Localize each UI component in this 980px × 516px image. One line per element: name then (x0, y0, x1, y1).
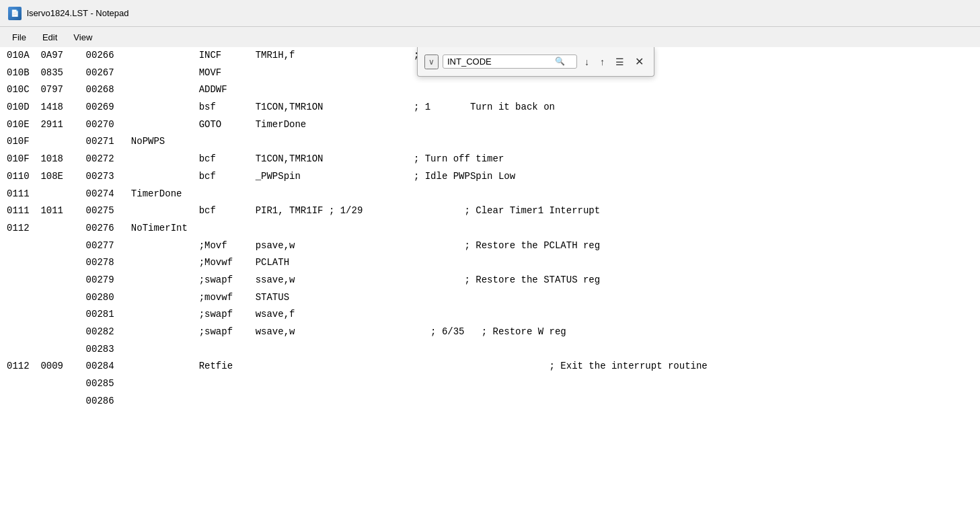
find-expand-button[interactable]: ∨ (424, 54, 439, 69)
table-row: 0111 00274 TimerDone (0, 186, 980, 203)
menu-edit[interactable]: Edit (36, 30, 64, 44)
find-input[interactable] (447, 57, 555, 67)
table-row: 00279 ;swapf ssave,w ; Restore the STATU… (0, 272, 980, 289)
table-row: 010F 1018 00272 bcf T1CON,TMR1ON ; Turn … (0, 151, 980, 168)
table-row: 00277 ;Movf psave,w ; Restore the PCLATH… (0, 237, 980, 255)
code-container: 010A 0A97 00266 INCF TMR1H,f ; 1010B 083… (0, 47, 980, 410)
find-close-button[interactable]: ✕ (632, 54, 647, 69)
find-toolbar: ∨ 🔍 ↓ ↑ ☰ ✕ (417, 47, 654, 77)
search-icon: 🔍 (555, 57, 565, 67)
find-next-button[interactable]: ↓ (581, 54, 593, 69)
table-row: 010F 00271 NoPWPS (0, 133, 980, 151)
table-row: 00285 (0, 375, 980, 393)
find-options-button[interactable]: ☰ (612, 54, 628, 69)
table-row: 00283 (0, 341, 980, 359)
window-title: lservo1824.LST - Notepad (27, 8, 129, 18)
find-prev-button[interactable]: ↑ (597, 54, 608, 69)
table-row: 00286 (0, 393, 980, 410)
app-icon: 📄 (8, 7, 22, 20)
table-row: 0112 00276 NoTimerInt (0, 220, 980, 237)
table-row: 00281 ;swapf wsave,f (0, 306, 980, 324)
table-row: 010C 0797 00268 ADDWF (0, 81, 980, 99)
find-input-wrapper: 🔍 (443, 54, 577, 69)
title-bar: 📄 lservo1824.LST - Notepad (0, 0, 980, 27)
code-content: ∨ 🔍 ↓ ↑ ☰ ✕ 010A 0A97 00266 INCF TMR1H,f… (0, 47, 980, 516)
menu-file[interactable]: File (5, 30, 33, 44)
table-row: 00282 ;swapf wsave,w ; 6/35 ; Restore W … (0, 324, 980, 341)
table-row: 00280 ;movwf STATUS (0, 289, 980, 307)
table-row: 010E 2911 00270 GOTO TimerDone (0, 116, 980, 134)
table-row: 00278 ;Movwf PCLATH (0, 254, 980, 272)
table-row: 0111 1011 00275 bcf PIR1, TMR1IF ; 1/29 … (0, 202, 980, 220)
table-row: 0112 0009 00284 Retfie ; Exit the interr… (0, 358, 980, 375)
table-row: 0110 108E 00273 bcf _PWPSpin ; Idle PWPS… (0, 168, 980, 186)
menu-bar: File Edit View (0, 27, 980, 47)
table-row: 010D 1418 00269 bsf T1CON,TMR1ON ; 1 Tur… (0, 99, 980, 116)
menu-view[interactable]: View (67, 30, 99, 44)
